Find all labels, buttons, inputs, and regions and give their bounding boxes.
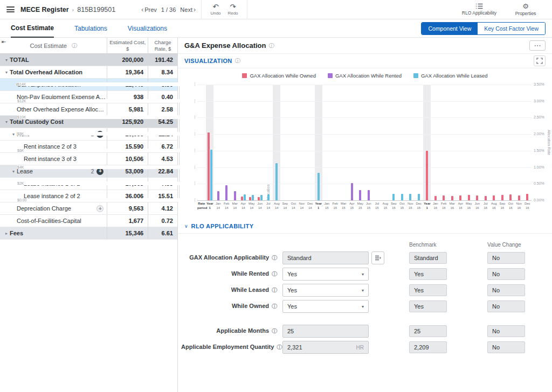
breadcrumb-item: 815B199501 bbox=[77, 6, 115, 13]
chevron-right-icon[interactable]: ▸ bbox=[3, 231, 10, 236]
table-row-cost-of-facilities-capital[interactable]: Cost-of-Facilities-Capital1,6770.72 bbox=[0, 215, 177, 227]
key-cost-factor-view-button[interactable]: Key Cost Factor View bbox=[478, 23, 545, 34]
legend-item-gax-allocation-while-owned[interactable]: GAX Allocation While Owned bbox=[242, 73, 316, 79]
chart-bar bbox=[476, 195, 478, 200]
info-icon[interactable]: ⓘ bbox=[272, 271, 277, 277]
y-axis-right-tick-label: 0.00% bbox=[534, 198, 544, 202]
table-row-depreciation-charge[interactable]: Depreciation Charge+9,5634.12 bbox=[0, 202, 177, 215]
table-row-other-overhead-expense-allocation[interactable]: Other Overhead Expense Allocation5,9812.… bbox=[0, 103, 177, 116]
table-row-total-overhead-allocation[interactable]: ▾Total Overhead Allocation19,3648.34 bbox=[0, 66, 177, 79]
chart-bar bbox=[208, 132, 210, 200]
x-axis-label: Aug14 bbox=[273, 202, 281, 210]
properties-button[interactable]: ⚙ Properties bbox=[505, 3, 547, 16]
next-record-button[interactable]: Next› bbox=[180, 6, 196, 13]
rlo-applicability-button[interactable]: RLO Applicability bbox=[458, 3, 500, 16]
info-icon[interactable]: ⓘ bbox=[272, 328, 277, 334]
value-change-value: No bbox=[487, 325, 525, 337]
component-view-button[interactable]: Component View bbox=[422, 23, 478, 34]
breadcrumb-app[interactable]: MECE Register bbox=[20, 6, 69, 13]
undo-button[interactable]: ↶ Undo bbox=[207, 3, 224, 16]
row-name-cell: ▸Fees bbox=[0, 227, 107, 239]
chart-bar bbox=[434, 196, 437, 200]
info-icon[interactable]: ⓘ bbox=[268, 42, 274, 50]
legend-swatch bbox=[328, 73, 333, 78]
rlo-section-header[interactable]: ∨ RLO APPLICABILITY bbox=[178, 219, 552, 234]
benchmark-value: Yes bbox=[409, 268, 447, 280]
y-axis-right-tick-label: 0.50% bbox=[534, 181, 544, 185]
rlo-column-headers: BenchmarkValue Change bbox=[181, 240, 546, 249]
table-row-fees[interactable]: ▸Fees15,3466.61 bbox=[0, 227, 177, 240]
x-axis-label: Apr16 bbox=[457, 202, 465, 210]
x-axis-label: Jun15 bbox=[364, 202, 373, 210]
row-label: Total Overhead Allocation bbox=[10, 69, 82, 75]
tab-tabulations[interactable]: Tabulations bbox=[74, 19, 107, 38]
value-change-value: No bbox=[487, 300, 525, 312]
chart-bar bbox=[459, 195, 461, 200]
fullscreen-expand-button[interactable] bbox=[534, 55, 546, 66]
info-icon[interactable]: ⓘ bbox=[72, 42, 77, 50]
hamburger-menu-icon[interactable] bbox=[0, 0, 20, 19]
row-label: Cost-of-Facilities-Capital bbox=[17, 218, 81, 224]
legend-item-gax-allocation-while-rented[interactable]: GAX Allocation While Rented bbox=[328, 73, 402, 79]
x-axis-label: Dec14 bbox=[306, 202, 315, 210]
gear-icon: ⚙ bbox=[522, 3, 529, 10]
redo-button[interactable]: ↷ Redo bbox=[224, 3, 242, 16]
chart-bar bbox=[443, 195, 445, 200]
estimated-cost-value: 19,364 bbox=[107, 66, 148, 78]
row-name-cell: Other Overhead Expense Allocation bbox=[0, 103, 107, 115]
chevron-down-icon[interactable]: ▾ bbox=[10, 132, 17, 137]
x-axis-label: Jul15 bbox=[373, 202, 382, 210]
chevron-down-icon[interactable]: ▾ bbox=[10, 169, 17, 174]
dropdown-while-rented[interactable]: Yes▾ bbox=[282, 268, 369, 281]
collapse-panel-icon[interactable]: ⇤ bbox=[2, 39, 6, 45]
field-label: Applicable Employment Quantityⓘ bbox=[181, 344, 277, 351]
chart-bar bbox=[267, 194, 270, 200]
visualization-section-header[interactable]: VISUALIZATION ⓘ bbox=[178, 54, 552, 68]
tab-visualizations[interactable]: Visualizations bbox=[128, 19, 167, 38]
chevron-down-icon[interactable]: ▾ bbox=[3, 70, 10, 75]
prev-record-button[interactable]: ‹Prev bbox=[141, 6, 157, 13]
chevron-down-icon[interactable]: ▾ bbox=[3, 120, 10, 124]
info-icon[interactable]: ⓘ bbox=[272, 255, 277, 261]
row-label: Fees bbox=[10, 230, 23, 236]
table-row-total[interactable]: ▾TOTAL200,000191.42 bbox=[0, 54, 177, 66]
unit-suffix: HR bbox=[356, 345, 364, 351]
charge-rate-column-header: Charge Rate, $ bbox=[148, 38, 177, 53]
dropdown-while-leased[interactable]: Yes▾ bbox=[282, 284, 369, 297]
open-list-button[interactable] bbox=[371, 251, 384, 264]
info-icon[interactable]: ⓘ bbox=[272, 287, 277, 293]
legend-item-gax-allocation-while-leased[interactable]: GAX Allocation While Leased bbox=[413, 73, 488, 79]
chart-bar bbox=[451, 196, 453, 200]
charge-rate-value: 4.53 bbox=[148, 153, 177, 165]
info-icon[interactable]: ⓘ bbox=[272, 303, 277, 309]
charge-rate-value: 4.12 bbox=[148, 202, 177, 214]
cost-estimate-column-header: ⇤ Cost Estimate ⓘ bbox=[0, 38, 107, 53]
more-options-button[interactable]: ⋯ bbox=[529, 40, 546, 51]
x-axis-label: Jul16 bbox=[481, 202, 490, 210]
info-icon[interactable]: ⓘ bbox=[277, 344, 282, 350]
dropdown-while-owned[interactable]: Yes▾ bbox=[282, 300, 369, 313]
x-axis-label: Dec16 bbox=[523, 202, 532, 210]
chevron-down-icon[interactable]: ▾ bbox=[3, 58, 10, 62]
x-axis-label: Year1 bbox=[206, 202, 215, 210]
divider bbox=[201, 0, 202, 19]
dropdown-value: Yes bbox=[287, 303, 297, 310]
y-axis-tick-label: $8K bbox=[17, 132, 195, 136]
input-value: 25 bbox=[287, 328, 294, 334]
legend-label: GAX Allocation While Leased bbox=[421, 73, 488, 79]
x-axis-label: Sep15 bbox=[390, 202, 398, 210]
chart-bar bbox=[468, 195, 470, 200]
info-icon[interactable]: ⓘ bbox=[235, 57, 240, 65]
detail-panel-header: G&A Expense Allocation ⓘ ⋯ bbox=[178, 38, 552, 54]
chart-container: GAX Allocation While OwnedGAX Allocation… bbox=[178, 68, 552, 219]
x-axis-label: Year1 bbox=[314, 202, 323, 210]
chart-bar bbox=[225, 185, 227, 200]
row-label: Depreciation Charge bbox=[17, 205, 71, 212]
field-label: GAX Allocation Applicabilityⓘ bbox=[181, 254, 277, 262]
table-row-rent-instance-3-of-3[interactable]: Rent instance 3 of 310,5064.53 bbox=[0, 153, 177, 165]
tab-cost-estimate[interactable]: Cost Estimate bbox=[11, 19, 54, 38]
y-axis-tick-label: $4K bbox=[17, 165, 195, 169]
add-instance-button[interactable]: + bbox=[96, 205, 104, 212]
dropdown-value: Yes bbox=[287, 271, 297, 277]
page-title: G&A Expense Allocation bbox=[184, 41, 266, 50]
